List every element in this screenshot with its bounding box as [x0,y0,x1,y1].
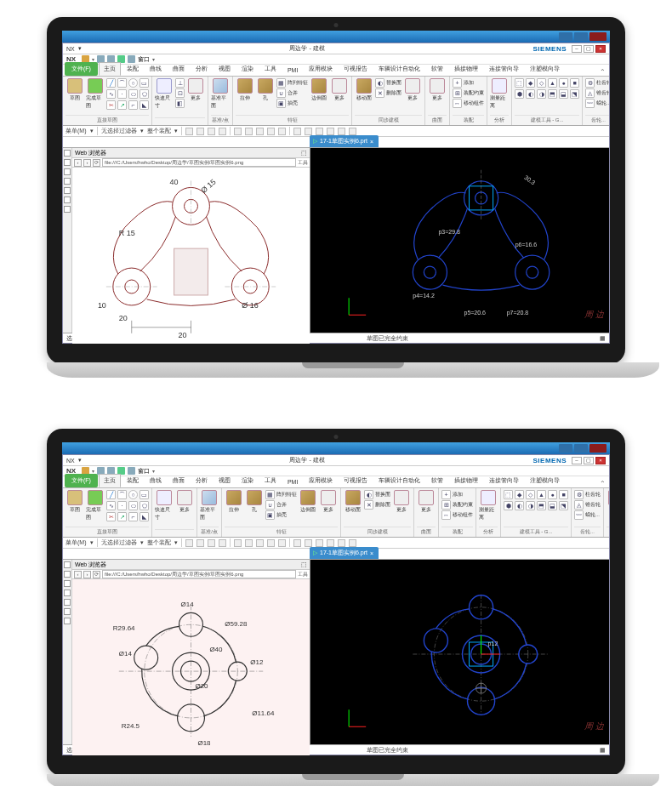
tool8-icon[interactable]: ◐ [526,89,535,99]
tool7-icon[interactable]: ⬢ [515,89,524,99]
fillet-icon[interactable]: ⌐ [128,512,138,521]
extend-icon[interactable]: ↗ [117,512,127,521]
pin-icon[interactable]: ⌃ [600,480,606,487]
rect-icon[interactable]: ▭ [140,490,149,499]
tab-pmi[interactable]: PMI [282,65,303,76]
nx-min-button[interactable]: – [572,45,582,53]
tool2-icon[interactable]: ◆ [526,78,535,88]
tab-visual-report[interactable]: 可视报告 [339,62,373,76]
sel6-icon[interactable] [245,128,253,135]
measure-distance-button[interactable]: 测量距离 [490,78,509,110]
nav-back-icon[interactable]: ‹ [74,159,82,167]
unite-icon[interactable]: ∪ [276,88,286,98]
sketch-button[interactable]: 草图 [65,490,84,514]
tool4-icon[interactable]: ▲ [548,78,557,88]
doc-tab[interactable]: ▷ 17-1草图实例6.prt × [310,547,379,559]
web-tools-button[interactable]: 工具 [298,159,308,167]
tab-tools[interactable]: 工具 [259,62,282,76]
tab-analysis[interactable]: 分析 [191,62,213,76]
hole-button[interactable]: 孔 [256,78,275,102]
os-max-button[interactable] [574,444,588,453]
tab-view[interactable]: 视图 [214,62,236,76]
sel1-icon[interactable] [185,128,193,135]
graphics-viewport-2[interactable]: p12 周 边 [310,560,609,744]
nx-max-button[interactable]: ▢ [584,45,594,53]
sel12-icon[interactable] [316,128,323,135]
line-icon[interactable]: ╱ [106,78,116,88]
extend-icon[interactable]: ↗ [117,100,127,110]
datum-plane-button[interactable]: 基准平面 [211,78,230,110]
rb-web-icon[interactable] [64,168,71,175]
arc-icon[interactable]: ⌒ [117,78,127,88]
tab-vehicle[interactable]: 车辆设计自动化 [373,62,425,76]
tab-routing[interactable]: 软管 [426,62,448,76]
tab-curve[interactable]: 曲线 [145,62,167,76]
os-min-button[interactable] [559,444,572,453]
tool10-icon[interactable]: ⬒ [548,89,557,99]
datum-plane-button[interactable]: 基准平面 [200,490,219,521]
sel15-icon[interactable] [349,128,356,135]
tab-home[interactable]: 主页 [99,474,121,487]
tool6-icon[interactable]: ■ [570,78,579,88]
shell-icon[interactable]: ▣ [276,99,286,108]
rb-navigator-icon[interactable] [64,150,71,157]
geo-constraint-icon[interactable]: ⊥ [175,78,185,88]
finish-sketch-button[interactable]: 完成草图 [86,490,105,521]
tab-vehicle[interactable]: 车辆设计自动化 [373,474,425,487]
sel4-icon[interactable] [219,128,226,135]
add-comp-icon[interactable]: + [453,78,462,88]
tab-tools[interactable]: 工具 [259,474,282,487]
tool1-icon[interactable]: ⬚ [515,78,524,88]
url-field[interactable]: file:///C:/Users/hwho/Desktop/周边学/草图实例/草… [102,570,296,578]
tab-surface[interactable]: 曲面 [168,62,190,76]
tool11-icon[interactable]: ⬓ [559,89,568,99]
tab-render[interactable]: 渲染 [236,62,259,76]
sel7-icon[interactable] [256,128,264,135]
sel9-icon[interactable] [278,128,286,135]
sel3-icon[interactable] [208,128,215,135]
chamfer-icon[interactable]: ◣ [140,100,149,110]
tab-file[interactable]: 文件(F) [65,62,98,76]
fillet-icon[interactable]: ⌐ [128,100,138,110]
tab-piping[interactable]: 连接管向导 [484,474,524,487]
tab-render[interactable]: 渲染 [236,474,259,487]
nx-min-button[interactable]: – [572,457,582,464]
sel14-icon[interactable] [338,128,345,135]
menu-button[interactable]: 菜单(M) [65,127,87,135]
circle-icon[interactable]: ○ [128,78,138,88]
url-field[interactable]: file:///C:/Users/hwho/Desktop/周边学/草图实例/草… [102,158,296,167]
auto-constraint-icon[interactable]: ⊡ [175,88,185,98]
sel8-icon[interactable] [267,128,275,135]
pattern-icon[interactable]: ▦ [276,78,286,88]
tab-application[interactable]: 应用模块 [304,62,338,76]
rb-history-icon[interactable] [64,159,71,166]
line-icon[interactable]: ╱ [106,490,116,499]
tab-file[interactable]: 文件(F) [65,474,98,487]
spur-gear-icon[interactable]: ⚙ [585,78,595,88]
menu-button[interactable]: 菜单(M) [65,538,87,547]
ellipse-icon[interactable]: ⬭ [128,89,138,99]
spline-icon[interactable]: ∿ [106,89,116,99]
nav-fwd-icon[interactable]: › [83,159,91,167]
tab-motion[interactable]: 插接物理 [449,474,483,487]
nx-close-button[interactable]: × [595,457,606,464]
sel2-icon[interactable] [196,128,204,135]
tab-routing[interactable]: 软管 [426,474,448,487]
os-max-button[interactable] [574,32,588,41]
tab-home[interactable]: 主页 [99,62,121,76]
extrude-button[interactable]: 拉伸 [225,490,243,514]
graphics-viewport-1[interactable]: 30.3 p3=29.8 p4=14.2 p5=20.6 p7=20.8 p6=… [310,148,609,333]
sel11-icon[interactable] [305,128,312,135]
tab-curve[interactable]: 曲线 [145,474,167,487]
nav-fwd-icon[interactable]: › [83,571,91,578]
rb-reuse-icon[interactable] [64,187,71,194]
tab-surface[interactable]: 曲面 [168,474,190,487]
os-close-button[interactable] [589,444,607,453]
poly-icon[interactable]: ⬠ [140,89,149,99]
tab-assemblies[interactable]: 装配 [122,62,144,76]
tab-assemblies[interactable]: 装配 [122,474,144,487]
edge-blend-button[interactable]: 边倒圆 [310,78,328,102]
tab-piping[interactable]: 连接管向导 [484,62,524,76]
rb-roles-icon[interactable] [64,178,71,185]
rb-layer-icon[interactable] [64,206,71,213]
